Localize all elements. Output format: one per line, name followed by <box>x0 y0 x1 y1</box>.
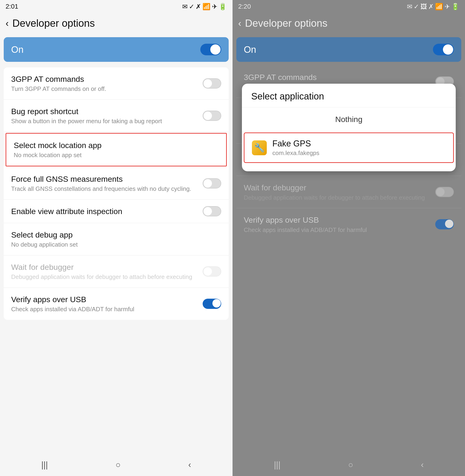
settings-item-title-view: Enable view attribute inspection <box>11 206 203 216</box>
settings-item-title-debug: Select debug app <box>11 230 221 240</box>
top-bar-left: ‹ Developer options <box>0 13 232 33</box>
fake-gps-icon: 🔧 <box>252 140 267 155</box>
status-icons-left: ✉ ✓ ✗ 📶 ✈ 🔋 <box>182 3 227 11</box>
mail-icon: ✉ <box>182 3 188 11</box>
toggle-3gpp[interactable] <box>203 78 221 89</box>
settings-item-title-wait: Wait for debugger <box>11 262 203 272</box>
settings-item-subtitle-wait: Debugged application waits for debugger … <box>11 273 203 281</box>
settings-item-text-gnss: Force full GNSS measurements Track all G… <box>11 174 203 193</box>
dialog-item-fake-gps[interactable]: 🔧 Fake GPS com.lexa.fakegps <box>244 132 454 163</box>
settings-item-subtitle-gnss: Track all GNSS constellations and freque… <box>11 185 203 193</box>
nav-home-right[interactable]: ○ <box>348 460 353 470</box>
back-button-left[interactable]: ‹ <box>6 18 9 29</box>
settings-item-title-mock: Select mock location app <box>14 140 219 150</box>
select-application-dialog[interactable]: Select application Nothing 🔧 Fake GPS co… <box>242 84 456 171</box>
toggle-wait <box>203 266 221 276</box>
toggle-knob-right <box>443 44 453 55</box>
toggle-verify-r <box>435 219 454 229</box>
toggle-knob-gnss <box>204 179 212 188</box>
toggle-knob-bug <box>204 112 212 120</box>
toggle-knob-left <box>210 44 221 55</box>
dialog-title: Select application <box>242 91 456 107</box>
settings-item-text-3gpp: 3GPP AT commands Turn 3GPP AT commands o… <box>11 74 203 93</box>
status-icons-right: ✉ ✓ 🖼 ✗ 📶 ✈ 🔋 <box>407 3 459 11</box>
nav-bar-right: ||| ○ ‹ <box>232 454 465 476</box>
on-label-right: On <box>244 44 256 55</box>
toggle-knob-wait <box>204 267 212 276</box>
page-title-right: Developer options <box>245 17 328 29</box>
settings-item-subtitle-bug: Show a button in the power menu for taki… <box>11 117 203 125</box>
title-verify-r: Verify apps over USB <box>244 215 435 225</box>
battery-icon: 🔋 <box>219 3 227 11</box>
nav-home-left[interactable]: ○ <box>116 460 121 470</box>
toggle-knob-view <box>204 207 212 215</box>
settings-item-text-view: Enable view attribute inspection <box>11 206 203 216</box>
developer-toggle-left[interactable] <box>200 44 221 55</box>
title-3gpp-r: 3GPP AT commands <box>244 72 435 82</box>
settings-item-title-bug: Bug report shortcut <box>11 106 203 116</box>
toggle-view-attr[interactable] <box>203 206 221 216</box>
xmark-icon: ✗ <box>196 3 201 11</box>
settings-card-left: 3GPP AT commands Turn 3GPP AT commands o… <box>4 67 229 320</box>
nav-bar-left: ||| ○ ‹ <box>0 454 232 476</box>
toggle-knob-verify <box>212 299 221 307</box>
dialog-nothing-option[interactable]: Nothing <box>242 107 456 132</box>
on-banner-left[interactable]: On <box>4 37 229 62</box>
nav-back-left[interactable]: ‹ <box>188 460 191 470</box>
settings-item-title-gnss: Force full GNSS measurements <box>11 174 203 184</box>
subtitle-wait-r: Debugged application waits for debugger … <box>244 194 435 202</box>
mail-icon-r: ✉ <box>407 3 412 11</box>
settings-item-subtitle-mock: No mock location app set <box>14 151 219 159</box>
toggle-verify-usb[interactable] <box>203 299 221 309</box>
developer-toggle-right[interactable] <box>433 44 454 55</box>
toggle-knob-3gpp <box>204 79 212 88</box>
settings-item-debug-app[interactable]: Select debug app No debug application se… <box>4 223 229 255</box>
fake-gps-package: com.lexa.fakegps <box>272 149 319 157</box>
settings-item-text-debug: Select debug app No debug application se… <box>11 230 221 249</box>
settings-item-text-wait: Wait for debugger Debugged application w… <box>11 262 203 281</box>
settings-item-gnss[interactable]: Force full GNSS measurements Track all G… <box>4 167 229 200</box>
settings-item-wait-r: Wait for debugger Debugged application w… <box>236 176 461 208</box>
settings-item-text-mock: Select mock location app No mock locatio… <box>14 140 219 159</box>
wifi-icon: 📶 <box>202 3 211 11</box>
left-screen: 2:01 ✉ ✓ ✗ 📶 ✈ 🔋 ‹ Developer options On … <box>0 0 232 476</box>
settings-item-verify-usb[interactable]: Verify apps over USB Check apps installe… <box>4 288 229 320</box>
settings-item-3gpp[interactable]: 3GPP AT commands Turn 3GPP AT commands o… <box>4 67 229 100</box>
toggle-wait-r <box>435 187 454 197</box>
xmark-icon-r: ✗ <box>428 3 434 11</box>
settings-item-text-bug: Bug report shortcut Show a button in the… <box>11 106 203 125</box>
right-screen: 2:20 ✉ ✓ 🖼 ✗ 📶 ✈ 🔋 ‹ Developer options O… <box>232 0 465 476</box>
nav-menu-right[interactable]: ||| <box>274 460 280 470</box>
settings-item-verify-r: Verify apps over USB Check apps installe… <box>236 208 461 240</box>
signal-icon: ✓ <box>189 3 194 11</box>
settings-item-bug-report[interactable]: Bug report shortcut Show a button in the… <box>4 100 229 132</box>
nav-back-right[interactable]: ‹ <box>421 460 424 470</box>
settings-item-subtitle-3gpp: Turn 3GPP AT commands on or off. <box>11 85 203 93</box>
settings-list-left: 3GPP AT commands Turn 3GPP AT commands o… <box>0 65 232 454</box>
signal-icon-r: ✓ <box>414 3 419 11</box>
airplane-icon-r: ✈ <box>444 3 450 11</box>
settings-item-view-attr[interactable]: Enable view attribute inspection <box>4 200 229 223</box>
settings-item-subtitle-verify: Check apps installed via ADB/ADT for har… <box>11 305 203 313</box>
page-title-left: Developer options <box>12 17 95 29</box>
status-bar-left: 2:01 ✉ ✓ ✗ 📶 ✈ 🔋 <box>0 0 232 13</box>
settings-item-mock-location[interactable]: Select mock location app No mock locatio… <box>6 133 227 166</box>
on-banner-right[interactable]: On <box>236 37 461 62</box>
wifi-icon-r: 📶 <box>435 3 443 11</box>
toggle-bug[interactable] <box>203 111 221 121</box>
time-right: 2:20 <box>238 3 251 10</box>
nav-menu-left[interactable]: ||| <box>41 460 48 470</box>
status-bar-right: 2:20 ✉ ✓ 🖼 ✗ 📶 ✈ 🔋 <box>232 0 465 13</box>
subtitle-verify-r: Check apps installed via ADB/ADT for har… <box>244 226 435 234</box>
time-left: 2:01 <box>6 3 18 10</box>
settings-item-wait-debugger: Wait for debugger Debugged application w… <box>4 255 229 288</box>
toggle-gnss[interactable] <box>203 178 221 189</box>
fake-gps-info: Fake GPS com.lexa.fakegps <box>272 139 319 157</box>
top-bar-right: ‹ Developer options <box>232 13 465 33</box>
settings-item-subtitle-debug: No debug application set <box>11 241 221 249</box>
settings-item-title-verify: Verify apps over USB <box>11 294 203 305</box>
back-button-right[interactable]: ‹ <box>238 18 241 29</box>
battery-icon-r: 🔋 <box>451 3 459 11</box>
title-wait-r: Wait for debugger <box>244 182 435 193</box>
img-icon-r: 🖼 <box>420 3 427 11</box>
